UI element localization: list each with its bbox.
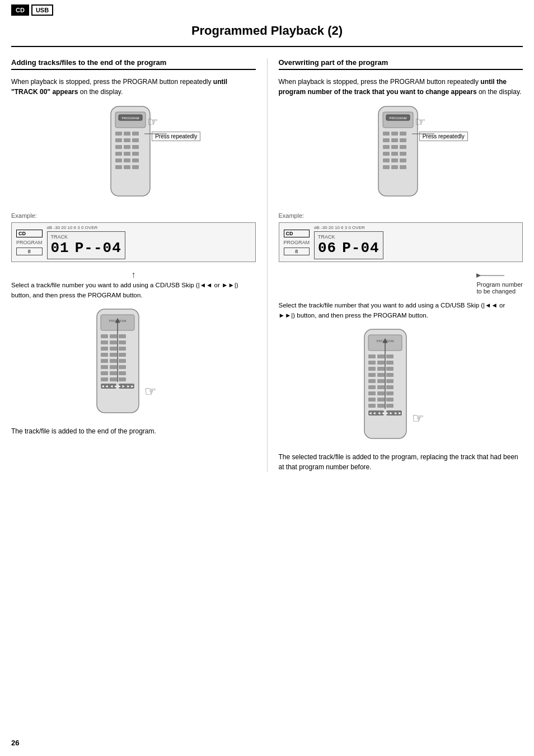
svg-rect-106 — [386, 391, 394, 395]
svg-rect-101 — [368, 385, 376, 389]
svg-rect-102 — [377, 385, 385, 389]
svg-rect-31 — [110, 340, 117, 344]
svg-rect-43 — [110, 365, 117, 369]
svg-rect-73 — [400, 158, 406, 162]
left-program-text: PROGRAM — [16, 240, 43, 245]
right-prog-annotation-wrap: Program number to be changed — [279, 270, 523, 295]
left-remote-container: PROGRAM ☞ Press repeatedly — [11, 104, 256, 204]
callout-line-left — [144, 128, 172, 145]
svg-rect-45 — [101, 371, 108, 375]
left-prog-digits: P--04 — [75, 240, 121, 256]
svg-rect-49 — [110, 377, 117, 381]
left-remote-skip-svg: PROGRAM — [88, 306, 178, 418]
svg-rect-71 — [383, 158, 390, 162]
right-prog-digits: P-04 — [342, 240, 379, 256]
svg-rect-16 — [132, 158, 139, 162]
svg-rect-87 — [377, 354, 385, 358]
right-example-label: Example: — [279, 212, 523, 219]
right-column: Overwriting part of the program When pla… — [268, 58, 523, 472]
left-level-bar: dB -30 20 10 6 3 0 OVER — [47, 225, 125, 230]
svg-rect-34 — [110, 347, 117, 351]
page-number: 26 — [11, 739, 19, 747]
right-program-text: PROGRAM — [284, 240, 310, 245]
svg-rect-112 — [386, 404, 394, 408]
left-prog-box: 8 — [16, 248, 43, 255]
main-content: Adding tracks/files to the end of the pr… — [11, 47, 523, 472]
svg-rect-60 — [391, 132, 398, 136]
svg-rect-32 — [119, 340, 126, 344]
right-cd-badge: CD — [284, 230, 310, 237]
svg-text:|◄◄ ◄◄: |◄◄ ◄◄ — [100, 384, 118, 389]
svg-rect-61 — [400, 132, 406, 136]
svg-rect-91 — [386, 361, 394, 365]
svg-rect-6 — [124, 138, 130, 142]
left-column: Adding tracks/files to the end of the pr… — [11, 58, 268, 472]
svg-text:►► ►►|: ►► ►►| — [118, 384, 136, 389]
left-remote-svg: PROGRAM ☞ — [100, 104, 167, 204]
svg-rect-88 — [386, 354, 394, 358]
svg-rect-74 — [383, 165, 390, 169]
svg-rect-37 — [110, 353, 117, 357]
svg-rect-75 — [391, 165, 398, 169]
svg-rect-35 — [119, 347, 126, 351]
svg-rect-95 — [368, 373, 376, 377]
left-example-label: Example: — [11, 212, 256, 219]
right-level-bar: dB -30 20 10 6 3 0 OVER — [314, 225, 383, 230]
svg-rect-11 — [115, 152, 122, 156]
left-para1: When playback is stopped, press the PROG… — [11, 77, 256, 97]
svg-rect-48 — [101, 377, 108, 381]
svg-rect-68 — [383, 152, 390, 156]
svg-rect-17 — [115, 165, 122, 169]
right-track-digits: 06 — [318, 240, 336, 256]
right-section-heading: Overwriting part of the program — [279, 58, 523, 70]
svg-rect-36 — [101, 353, 108, 357]
svg-rect-41 — [119, 359, 126, 363]
right-display-row: CD PROGRAM 8 dB -30 20 10 6 3 0 OVER TRA… — [279, 222, 523, 262]
svg-rect-44 — [119, 365, 126, 369]
svg-rect-98 — [368, 379, 376, 383]
svg-rect-69 — [391, 152, 398, 156]
right-remote-wrap: PROGRAM ☞ Press repeatedly — [367, 104, 434, 204]
page-title: Programmed Playback (2) — [11, 18, 523, 47]
svg-rect-40 — [110, 359, 117, 363]
right-bottom-note: The selected track/file is added to the … — [279, 452, 523, 472]
svg-rect-8 — [115, 145, 122, 149]
svg-text:☞: ☞ — [415, 115, 426, 129]
svg-rect-89 — [368, 361, 376, 365]
svg-rect-5 — [115, 138, 122, 142]
svg-rect-14 — [115, 158, 122, 162]
right-prog-num-line2: to be changed — [476, 288, 516, 295]
svg-marker-82 — [476, 273, 481, 278]
svg-rect-50 — [119, 377, 126, 381]
svg-rect-92 — [368, 367, 376, 371]
svg-rect-65 — [383, 145, 390, 149]
svg-rect-107 — [368, 398, 376, 402]
svg-rect-10 — [132, 145, 139, 149]
svg-rect-93 — [377, 367, 385, 371]
svg-rect-76 — [400, 165, 406, 169]
svg-rect-2 — [115, 132, 122, 136]
right-remote-skip-wrap: PROGRAM — [279, 326, 523, 444]
svg-rect-3 — [124, 132, 130, 136]
svg-text:PROGRAM: PROGRAM — [389, 116, 406, 120]
svg-rect-7 — [132, 138, 139, 142]
svg-rect-30 — [101, 340, 108, 344]
svg-rect-90 — [377, 361, 385, 365]
left-cd-badge: CD — [16, 230, 43, 237]
svg-text:►► ►►|: ►► ►►| — [385, 411, 403, 416]
svg-rect-42 — [101, 365, 108, 369]
svg-rect-105 — [377, 391, 385, 395]
svg-rect-86 — [368, 354, 376, 358]
left-remote-wrap: PROGRAM ☞ Press repeatedly — [100, 104, 167, 204]
left-display-row: CD PROGRAM 8 dB -30 20 10 6 3 0 OVER TRA… — [11, 222, 256, 262]
svg-rect-109 — [386, 398, 394, 402]
svg-text:☞: ☞ — [144, 384, 157, 399]
svg-rect-62 — [383, 138, 390, 142]
svg-rect-108 — [377, 398, 385, 402]
left-arrow-up: ↑ — [11, 270, 256, 280]
svg-rect-97 — [386, 373, 394, 377]
left-track-digits: 01 — [51, 240, 69, 256]
svg-rect-111 — [377, 404, 385, 408]
svg-rect-104 — [368, 391, 376, 395]
svg-rect-103 — [386, 385, 394, 389]
